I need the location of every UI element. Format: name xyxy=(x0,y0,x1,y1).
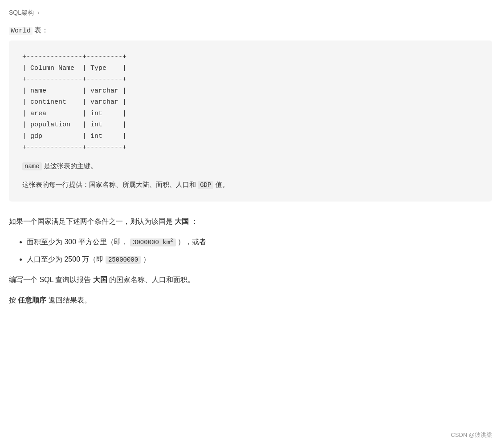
query-suffix-text: 的国家名称、人口和面积。 xyxy=(109,276,195,283)
primary-key-code: name xyxy=(22,162,42,170)
population-condition-suffix: ） xyxy=(143,255,150,263)
area-value-inline: 3000000 km2 xyxy=(130,238,176,246)
query-instruction-paragraph: 编写一个 SQL 查询以报告 大国 的国家名称、人口和面积。 xyxy=(9,273,492,287)
order-prefix-text: 按 xyxy=(9,296,18,304)
schema-table-pre: +--------------+---------+ | Column Name… xyxy=(22,51,479,153)
area-condition-prefix: 面积至少为 300 平方公里（即， xyxy=(27,238,128,246)
note1-text: 是这张表的主键。 xyxy=(44,162,97,170)
schema-note1: name 是这张表的主键。 xyxy=(22,160,479,172)
condition-intro-paragraph: 如果一个国家满足下述两个条件之一，则认为该国是 大国 ： xyxy=(9,215,492,228)
condition-intro-text: 如果一个国家满足下述两个条件之一，则认为该国是 xyxy=(9,218,175,225)
order-suffix-text: 返回结果表。 xyxy=(49,296,91,304)
big-country-label: 大国 xyxy=(175,218,189,225)
population-value-inline: 25000000 xyxy=(106,256,141,264)
description-section: 如果一个国家满足下述两个条件之一，则认为该国是 大国 ： 面积至少为 300 平… xyxy=(9,215,492,307)
condition-item-population: 人口至少为 2500 万（即 25000000 ） xyxy=(27,253,492,266)
schema-code-block: +--------------+---------+ | Column Name… xyxy=(9,40,492,202)
table-name-code: World xyxy=(9,27,33,35)
order-keyword-label: 任意顺序 xyxy=(18,296,46,304)
table-section-label: World 表： xyxy=(9,26,492,35)
condition-list: 面积至少为 300 平方公里（即， 3000000 km2 ），或者 人口至少为… xyxy=(9,235,492,266)
gdp-code: GDP xyxy=(198,181,213,189)
condition-item-area: 面积至少为 300 平方公里（即， 3000000 km2 ），或者 xyxy=(27,235,492,249)
breadcrumb-link[interactable]: SQL架构 xyxy=(9,9,34,16)
table-label-text: 表： xyxy=(34,26,49,34)
population-condition-prefix: 人口至少为 2500 万（即 xyxy=(27,255,103,263)
note2-text: 这张表的每一行提供：国家名称、所属大陆、面积、人口和 GDP 值。 xyxy=(22,181,229,188)
query-big-country-label: 大国 xyxy=(93,276,107,283)
condition-intro-end: ： xyxy=(191,218,198,225)
area-condition-suffix: ），或者 xyxy=(178,238,206,246)
schema-note2: 这张表的每一行提供：国家名称、所属大陆、面积、人口和 GDP 值。 xyxy=(22,178,479,191)
order-instruction-paragraph: 按 任意顺序 返回结果表。 xyxy=(9,294,492,307)
query-intro-text: 编写一个 SQL 查询以报告 xyxy=(9,276,93,283)
breadcrumb: SQL架构 › xyxy=(9,9,492,17)
breadcrumb-separator: › xyxy=(37,9,40,16)
